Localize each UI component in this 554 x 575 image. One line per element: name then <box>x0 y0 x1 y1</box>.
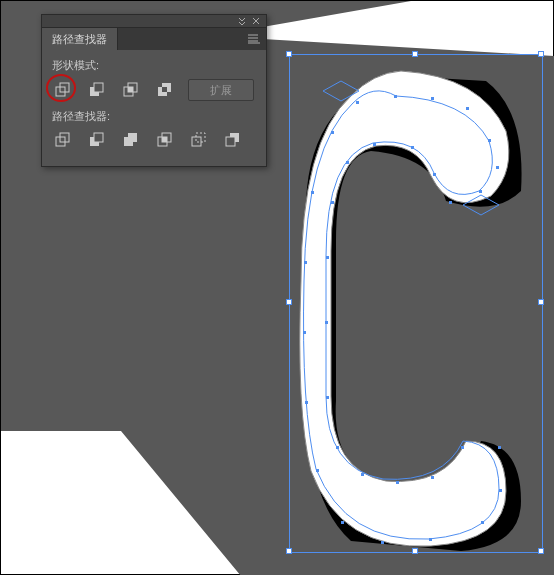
pathfinders-label: 路径查找器: <box>52 109 258 124</box>
panel-titlebar[interactable] <box>42 15 266 28</box>
svg-rect-6 <box>94 83 103 92</box>
svg-rect-9 <box>128 87 133 92</box>
pathfinder-panel: 路径查找器 形状模式: 扩展 <box>41 14 267 167</box>
minus-front-icon[interactable] <box>86 80 108 100</box>
crop-icon[interactable] <box>154 130 176 150</box>
expand-button[interactable]: 扩展 <box>188 79 254 101</box>
unite-icon[interactable] <box>52 80 74 100</box>
svg-rect-21 <box>162 137 167 142</box>
collapse-icon[interactable] <box>238 17 246 25</box>
svg-marker-2 <box>463 195 499 215</box>
close-icon[interactable] <box>252 17 260 25</box>
panel-menu-icon[interactable] <box>248 34 260 44</box>
tab-pathfinder[interactable]: 路径查找器 <box>42 28 118 50</box>
panel-title: 路径查找器 <box>52 32 107 47</box>
svg-rect-25 <box>226 137 235 146</box>
svg-rect-12 <box>162 87 167 92</box>
svg-rect-16 <box>94 133 103 142</box>
outline-icon[interactable] <box>188 130 210 150</box>
selection-bounds <box>289 54 543 553</box>
trim-icon[interactable] <box>86 130 108 150</box>
svg-rect-18 <box>128 133 137 142</box>
minus-back-icon[interactable] <box>222 130 244 150</box>
intersect-icon[interactable] <box>120 80 142 100</box>
svg-rect-22 <box>192 137 201 146</box>
exclude-icon[interactable] <box>154 80 176 100</box>
divide-icon[interactable] <box>52 130 74 150</box>
svg-marker-1 <box>323 81 359 101</box>
shape-modes-label: 形状模式: <box>52 58 258 73</box>
merge-icon[interactable] <box>120 130 142 150</box>
